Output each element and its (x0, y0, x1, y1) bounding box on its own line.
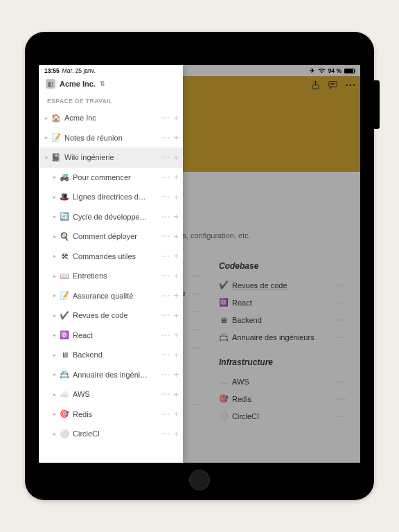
add-page-icon[interactable]: + (173, 350, 179, 360)
add-page-icon[interactable]: + (173, 369, 179, 380)
chevron-right-icon[interactable]: ▸ (51, 332, 58, 338)
page-title: Pour commencer (73, 173, 161, 181)
sidebar-item[interactable]: ▸🏠Acme Inc⋯+ (39, 108, 183, 128)
page-title: Comment déployer (73, 232, 161, 240)
add-page-icon[interactable]: + (173, 251, 179, 261)
page-emoji-icon: 🎩 (59, 193, 70, 202)
ellipsis-icon[interactable]: ⋯ (161, 291, 170, 301)
sidebar-item[interactable]: ▸☁️AWS⋯+ (39, 384, 183, 405)
add-page-icon[interactable]: + (173, 192, 179, 202)
page-emoji-icon: 📝 (51, 133, 62, 142)
chevron-down-icon[interactable]: ▾ (43, 154, 50, 161)
add-page-icon[interactable]: + (173, 310, 179, 321)
add-page-icon[interactable]: + (173, 290, 179, 301)
ellipsis-icon[interactable]: ⋯ (161, 113, 170, 123)
sidebar-item[interactable]: ▸🔄Cycle de développe…⋯+ (39, 207, 183, 227)
ellipsis-icon[interactable]: ⋯ (161, 271, 170, 281)
home-button[interactable] (189, 470, 210, 490)
ellipsis-icon[interactable]: ⋯ (161, 350, 170, 360)
page-title: Assurance qualité (73, 292, 161, 300)
page-title: Annuaire des ingéni… (73, 371, 161, 379)
page-emoji-icon: 🎯 (59, 409, 70, 418)
sidebar-item[interactable]: ▸✔️Revues de code⋯+ (39, 305, 183, 326)
chevron-right-icon[interactable]: ▸ (51, 371, 58, 378)
add-page-icon[interactable]: + (173, 389, 179, 400)
ellipsis-icon[interactable]: ⋯ (161, 172, 170, 182)
page-title: Acme Inc (64, 114, 161, 122)
page-tree: ▸🏠Acme Inc⋯+▸📝Notes de réunion⋯+▾📓Wiki i… (39, 108, 183, 463)
add-page-icon[interactable]: + (173, 211, 179, 222)
sidebar-section-label: ESPACE DE TRAVAIL (39, 93, 183, 108)
sidebar-item[interactable]: ▾📓Wiki ingénierie⋯+ (39, 148, 183, 168)
page-title: Wiki ingénierie (64, 153, 161, 161)
sidebar-item[interactable]: ▸🖥Backend⋯+ (39, 345, 183, 365)
ellipsis-icon[interactable]: ⋯ (161, 330, 170, 340)
page-emoji-icon: 🖥 (59, 351, 70, 359)
ellipsis-icon[interactable]: ⋯ (161, 133, 170, 143)
page-emoji-icon: 📓 (51, 153, 62, 162)
status-bar: 13:55 Mar. 25 janv. (39, 65, 183, 76)
page-title: Backend (73, 351, 161, 359)
chevron-updown-icon: ⇅ (100, 80, 105, 87)
add-page-icon[interactable]: + (173, 409, 179, 419)
page-emoji-icon: 🔄 (59, 212, 70, 221)
page-title: Redis (73, 410, 161, 418)
add-page-icon[interactable]: + (173, 132, 179, 143)
add-page-icon[interactable]: + (173, 429, 179, 439)
ellipsis-icon[interactable]: ⋯ (161, 152, 170, 162)
sidebar: 13:55 Mar. 25 janv. ◧ Acme Inc. ⇅ ESPACE… (39, 65, 183, 463)
ellipsis-icon[interactable]: ⋯ (161, 310, 170, 320)
ellipsis-icon[interactable]: ⋯ (161, 192, 170, 202)
chevron-right-icon[interactable]: ▸ (51, 352, 58, 358)
page-emoji-icon: 📖 (59, 272, 70, 281)
sidebar-item[interactable]: ▸⚪CircleCI⋯+ (39, 424, 183, 444)
ellipsis-icon[interactable]: ⋯ (161, 251, 170, 261)
add-page-icon[interactable]: + (173, 330, 179, 340)
page-emoji-icon: 📝 (59, 291, 70, 300)
add-page-icon[interactable]: + (173, 172, 179, 182)
chevron-right-icon[interactable]: ▸ (51, 233, 58, 240)
add-page-icon[interactable]: + (173, 152, 179, 163)
page-emoji-icon: 📇 (59, 370, 70, 379)
chevron-right-icon[interactable]: ▸ (51, 174, 58, 180)
ellipsis-icon[interactable]: ⋯ (161, 212, 170, 222)
sidebar-item[interactable]: ▸📖Entretiens⋯+ (39, 266, 183, 286)
ellipsis-icon[interactable]: ⋯ (161, 409, 170, 419)
sidebar-item[interactable]: ▸🍳Comment déployer⋯+ (39, 227, 183, 247)
ellipsis-icon[interactable]: ⋯ (161, 231, 170, 241)
page-title: Commandes utiles (73, 252, 161, 260)
status-date: Mar. 25 janv. (62, 67, 96, 74)
sidebar-item[interactable]: ▸📝Assurance qualité⋯+ (39, 286, 183, 306)
sidebar-item[interactable]: ▸📝Notes de réunion⋯+ (39, 128, 183, 148)
battery-icon (344, 69, 355, 73)
add-page-icon[interactable]: + (173, 231, 179, 242)
screen: ··· e : procédures, bonnes pratiques, co… (39, 65, 360, 463)
ellipsis-icon[interactable]: ⋯ (161, 429, 170, 438)
chevron-right-icon[interactable]: ▸ (51, 312, 58, 319)
add-page-icon[interactable]: + (173, 271, 179, 281)
sidebar-item[interactable]: ▸🎩Lignes directrices d…⋯+ (39, 187, 183, 207)
sidebar-item[interactable]: ▸🎯Redis⋯+ (39, 405, 183, 425)
page-emoji-icon: ☁️ (59, 390, 70, 399)
chevron-right-icon[interactable]: ▸ (51, 213, 58, 220)
chevron-right-icon[interactable]: ▸ (51, 253, 58, 259)
page-title: Cycle de développe… (73, 213, 161, 221)
sidebar-item[interactable]: ▸🛠Commandes utiles⋯+ (39, 247, 183, 267)
sidebar-item[interactable]: ▸📇Annuaire des ingéni…⋯+ (39, 365, 183, 385)
chevron-right-icon[interactable]: ▸ (51, 391, 58, 398)
chevron-right-icon[interactable]: ▸ (51, 431, 58, 437)
sidebar-item[interactable]: ▸🚜Pour commencer⋯+ (39, 168, 183, 188)
sidebar-item[interactable]: ▸⚛️React⋯+ (39, 326, 183, 346)
chevron-right-icon[interactable]: ▸ (51, 292, 58, 299)
tablet-frame: ··· e : procédures, bonnes pratiques, co… (25, 32, 374, 500)
chevron-right-icon[interactable]: ▸ (51, 411, 58, 417)
page-title: AWS (73, 390, 161, 398)
chevron-right-icon[interactable]: ▸ (51, 273, 58, 279)
chevron-right-icon[interactable]: ▸ (51, 194, 58, 200)
status-bar-right: ✈ 94 % (180, 65, 360, 76)
chevron-right-icon[interactable]: ▸ (43, 134, 50, 141)
ellipsis-icon[interactable]: ⋯ (161, 389, 170, 399)
ellipsis-icon[interactable]: ⋯ (161, 370, 170, 380)
add-page-icon[interactable]: + (173, 113, 179, 123)
chevron-right-icon[interactable]: ▸ (43, 115, 50, 121)
